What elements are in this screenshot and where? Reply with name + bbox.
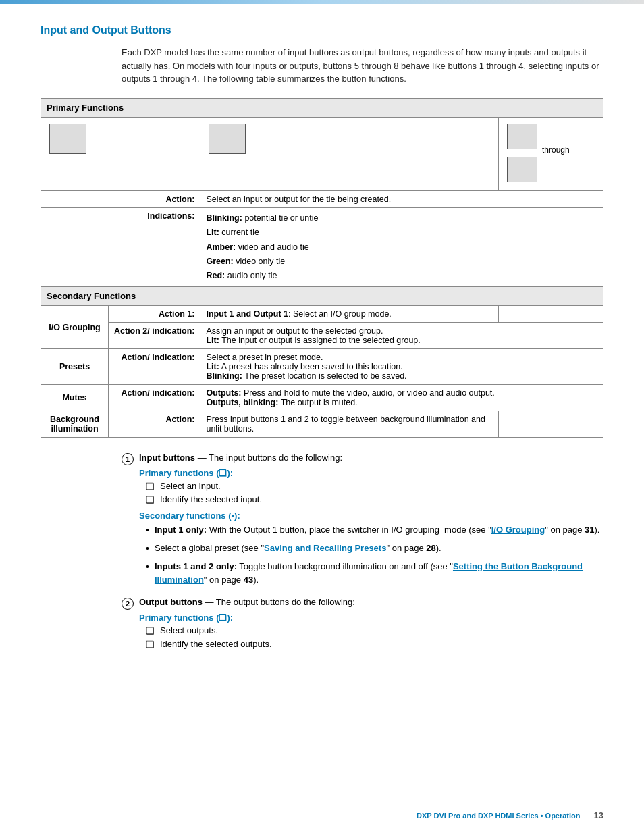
mutes-outputs-bold: Outputs:	[206, 388, 241, 398]
primary-functions-header-row: Primary Functions	[41, 98, 603, 117]
num-item-2: 2 Output buttons — The output buttons do…	[122, 597, 603, 652]
presets-label: Presets	[41, 349, 109, 385]
button-images-right-cell: through	[498, 117, 603, 191]
secondary-item-1-3: Inputs 1 and 2 only: Toggle button backg…	[146, 560, 603, 586]
presets-lit: Lit:	[206, 362, 219, 371]
io-grouping-action2-row: Action 2/ indication: Assign an input or…	[41, 323, 603, 349]
primary-functions-label: Primary Functions	[41, 98, 603, 117]
presets-line1: Select a preset in preset mode.	[206, 353, 323, 362]
intro-text: Each DXP model has the same number of in…	[122, 46, 603, 86]
bg-label: Background illumination	[41, 411, 109, 438]
primary-checkbox-list-1: Select an input. Identify the selected i…	[146, 481, 603, 505]
bg-empty-cell	[498, 411, 603, 438]
footer-right: DXP DVI Pro and DXP HDMI Series • Operat…	[417, 810, 603, 820]
main-table: Primary Functions through Action: Select…	[41, 98, 603, 438]
mutes-outputs-text: Press and hold to mute the video, audio,…	[242, 388, 495, 398]
secondary-functions-header-row: Secondary Functions	[41, 287, 603, 306]
primary-functions-title-2: Primary functions (❑):	[139, 613, 603, 623]
action-text: Select an input or output for the tie be…	[200, 191, 603, 208]
through-label: through	[542, 145, 570, 154]
mutes-text-cell: Outputs: Press and hold to mute the vide…	[200, 385, 603, 411]
button-box-3	[507, 124, 537, 149]
mutes-outputs-blink-text: The output is muted.	[278, 398, 357, 407]
action1-text-bold: Input 1 and Output 1	[206, 309, 288, 319]
footer-page: 13	[594, 810, 603, 820]
indications-label: Indications:	[41, 208, 200, 287]
button-images-left-cell	[41, 117, 200, 191]
numbered-list: 1 Input buttons — The input buttons do t…	[122, 452, 603, 652]
section-title: Input and Output Buttons	[41, 24, 603, 36]
mutes-label: Mutes	[41, 385, 109, 411]
input-buttons-dash: — The input buttons do the following:	[198, 452, 342, 463]
presets-text-cell: Select a preset in preset mode. Lit: A p…	[200, 349, 603, 385]
button-box-2	[209, 124, 246, 154]
primary-checkbox-list-2: Select outputs. Identify the selected ou…	[146, 625, 603, 650]
action-row: Action: Select an input or output for th…	[41, 191, 603, 208]
output-buttons-dash: — The output buttons do the following:	[205, 597, 354, 607]
secondary-functions-label: Secondary Functions	[41, 287, 603, 306]
presets-action-label: Action/ indication:	[109, 349, 200, 385]
presets-row: Presets Action/ indication: Select a pre…	[41, 349, 603, 385]
secondary-functions-title-1: Secondary functions (•):	[139, 511, 603, 521]
indications-row: Indications: Blinking: potential tie or …	[41, 208, 603, 287]
num-circle-1: 1	[122, 453, 134, 465]
secondary-item-1-1: Input 1 only: With the Output 1 button, …	[146, 523, 603, 538]
primary-item-1-1: Select an input.	[146, 481, 603, 492]
presets-blink: Blinking:	[206, 371, 242, 381]
ind-amber: Amber: video and audio tie	[206, 242, 308, 252]
io-grouping-label: I/O Grouping	[41, 306, 109, 349]
num-circle-2: 2	[122, 598, 134, 610]
action2-lit-text: The input or output is assigned to the s…	[219, 336, 421, 345]
page-content: Input and Output Buttons Each DXP model …	[0, 4, 644, 686]
num-content-2: Output buttons — The output buttons do t…	[139, 597, 603, 652]
footer-title: DXP DVI Pro and DXP HDMI Series • Operat…	[417, 812, 580, 820]
action2-lit: Lit:	[206, 336, 219, 345]
output-buttons-title: Output buttons — The output buttons do t…	[139, 597, 355, 607]
button-box-1	[49, 124, 86, 154]
io-grouping-action1-row: I/O Grouping Action 1: Input 1 and Outpu…	[41, 306, 603, 323]
presets-lit-text: A preset has already been saved to this …	[219, 362, 403, 371]
action2-text: Assign an input or output to the selecte…	[206, 326, 383, 336]
action1-text-cell: Input 1 and Output 1: Select an I/O grou…	[200, 306, 498, 323]
indications-cell: Blinking: potential tie or untie Lit: cu…	[200, 208, 603, 287]
input-buttons-bold: Input buttons	[139, 452, 195, 463]
action-label: Action:	[41, 191, 200, 208]
ind-blinking: Blinking: potential tie or untie	[206, 213, 318, 223]
secondary-item-1-2: Select a global preset (see "Saving and …	[146, 542, 603, 556]
input-buttons-title: Input buttons — The input buttons do the…	[139, 452, 342, 463]
bg-action-text: Press input buttons 1 and 2 to toggle be…	[200, 411, 498, 438]
ind-lit: Lit: current tie	[206, 228, 259, 237]
ind-green: Green: video only tie	[206, 257, 285, 266]
action1-text: : Select an I/O group mode.	[288, 309, 392, 319]
num-content-1: Input buttons — The input buttons do the…	[139, 452, 603, 590]
primary-functions-title-1: Primary functions (❑):	[139, 468, 603, 478]
output-buttons-bold: Output buttons	[139, 597, 203, 607]
button-images-row: through	[41, 117, 603, 191]
bg-row: Background illumination Action: Press in…	[41, 411, 603, 438]
mutes-action-label: Action/ indication:	[109, 385, 200, 411]
primary-item-1-2: Identify the selected input.	[146, 494, 603, 505]
action1-empty-cell	[498, 306, 603, 323]
button-images-mid-cell	[200, 117, 498, 191]
primary-item-2-1: Select outputs.	[146, 625, 603, 636]
action2-text-cell: Assign an input or output to the selecte…	[200, 323, 603, 349]
action2-label: Action 2/ indication:	[109, 323, 200, 349]
mutes-outputs-blink-bold: Outputs, blinking:	[206, 398, 278, 407]
ind-red: Red: audio only tie	[206, 271, 277, 280]
presets-blink-text: The preset location is selected to be sa…	[242, 371, 407, 381]
bg-action-label: Action:	[109, 411, 200, 438]
page-footer: DXP DVI Pro and DXP HDMI Series • Operat…	[41, 806, 603, 820]
mutes-row: Mutes Action/ indication: Outputs: Press…	[41, 385, 603, 411]
action1-label: Action 1:	[109, 306, 200, 323]
button-box-4	[507, 157, 537, 182]
primary-item-2-2: Identify the selected outputs.	[146, 639, 603, 650]
secondary-bullet-list-1: Input 1 only: With the Output 1 button, …	[146, 523, 603, 586]
num-item-1: 1 Input buttons — The input buttons do t…	[122, 452, 603, 590]
